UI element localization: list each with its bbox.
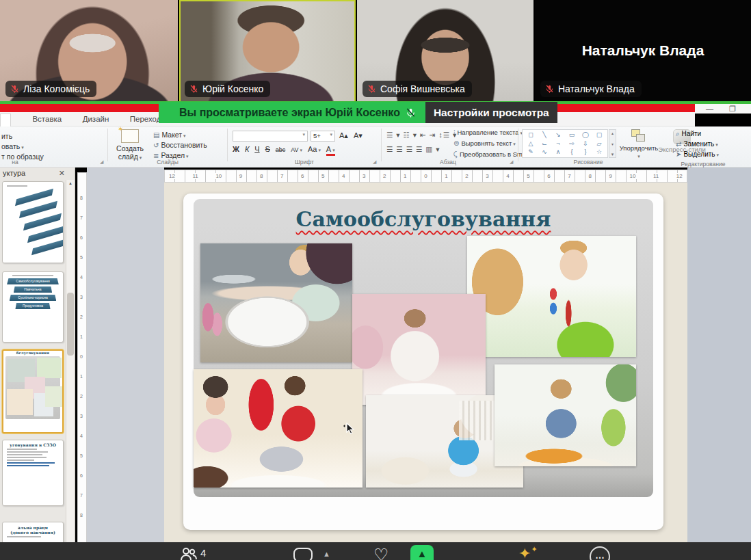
align-text-icon: ⊜: [453, 139, 459, 147]
ruler-number: 1: [80, 334, 83, 339]
ruler-number: 4: [80, 275, 83, 280]
scroll-up-icon[interactable]: ▲: [68, 181, 73, 185]
video-tile-yuriy[interactable]: Юрій Косенко: [179, 0, 356, 103]
paste-button[interactable]: ить: [1, 132, 12, 140]
ruler-number: 12: [675, 173, 684, 179]
ruler-number: 7: [566, 173, 572, 179]
font-group-label: Шрифт: [263, 159, 345, 165]
window-controls: — ❐: [695, 104, 751, 114]
layout-button[interactable]: ▤Макет: [153, 131, 186, 139]
select-button[interactable]: ➤Выделить: [676, 150, 719, 158]
shape-option[interactable]: ⌙: [538, 139, 551, 148]
italic-button[interactable]: К: [245, 145, 249, 153]
view-options-button[interactable]: Настройки просмотра: [425, 102, 557, 123]
muted-mic-icon: [10, 84, 19, 94]
shape-option[interactable]: ◻: [524, 131, 538, 139]
paragraph-dialog-launcher[interactable]: ◢: [510, 159, 513, 165]
muted-mic-icon: [406, 107, 416, 118]
shape-option[interactable]: ╲: [538, 131, 551, 139]
font-size-combo[interactable]: 5+▾: [311, 131, 335, 142]
share-banner-text: Вы просматриваете экран Юрій Косенко: [179, 107, 400, 119]
shape-option[interactable]: ↘: [551, 131, 565, 139]
text-direction-button[interactable]: ⫶Направление текста: [453, 129, 523, 137]
chat-button[interactable]: [293, 546, 316, 560]
ruler-number: 0: [80, 354, 83, 359]
ruler-number: 6: [546, 173, 551, 179]
paragraph-row1-buttons[interactable]: ☰ ▾ ☷ ▾ ⇤ ⇥ ↕☰ ▾: [386, 131, 457, 139]
font-color-button[interactable]: А: [326, 146, 335, 156]
clear-strike-button[interactable]: abc: [276, 146, 286, 153]
shrink-font-button[interactable]: А▾: [354, 131, 363, 140]
reset-button[interactable]: ↺Восстановить: [153, 141, 207, 149]
change-case-button[interactable]: Aa: [308, 145, 321, 153]
ruler-number: 8: [80, 196, 83, 200]
editing-group-label: Редактирование: [662, 161, 744, 168]
ai-companion-icon[interactable]: ✦✦: [518, 545, 538, 560]
thumbnail-slide-4[interactable]: уговування в СЗЗО: [2, 440, 64, 506]
font-dialog-launcher[interactable]: ◢: [373, 159, 376, 165]
photo-child-washing-hands[interactable]: [200, 243, 352, 362]
grow-font-button[interactable]: А▴: [339, 131, 348, 140]
photo-mother-helping-child-brush-teeth[interactable]: [467, 236, 636, 357]
participant-name: Натальчук Влада: [558, 83, 635, 94]
restore-button[interactable]: ❐: [729, 105, 736, 113]
shape-option[interactable]: ∧: [551, 148, 565, 157]
chat-caret-icon[interactable]: ▲: [323, 550, 330, 558]
font-name-combo[interactable]: ▾: [233, 131, 308, 142]
muted-mic-icon: [189, 84, 198, 94]
slide-content-panel[interactable]: Самообслуговування: [194, 199, 653, 497]
editor-left-margin: [87, 168, 164, 542]
share-screen-button[interactable]: ▲: [410, 545, 434, 560]
shape-option[interactable]: ¬: [551, 139, 565, 148]
participant-name-tag: Натальчук Влада: [540, 81, 642, 97]
photo-girl-eating-at-table[interactable]: [495, 364, 636, 466]
font-resize-buttons[interactable]: А▴ А▾: [339, 131, 366, 140]
more-button[interactable]: …: [590, 546, 610, 560]
slide1-plank: [31, 238, 64, 255]
align-text-button[interactable]: ⊜Выровнять текст: [453, 139, 516, 147]
tab-home-cut[interactable]: [0, 114, 11, 126]
video-tile-sofia[interactable]: Софія Вишневська: [357, 0, 533, 103]
close-panel-icon[interactable]: ✕: [59, 169, 65, 178]
ribbon-tab[interactable]: Дизайн: [77, 112, 116, 123]
paragraph-row2-buttons[interactable]: ☰ ☰ ☰ ☰ ▥ ▾: [386, 145, 440, 153]
ruler-number: 3: [484, 173, 490, 179]
reset-icon: ↺: [153, 142, 159, 149]
underline-button[interactable]: Ч: [254, 145, 259, 153]
shape-option[interactable]: △: [524, 139, 538, 148]
mouse-cursor: [342, 421, 356, 439]
zoom-toolbar: 4 ▲ ♡ ▲ ✦✦ …: [0, 542, 751, 560]
replace-button[interactable]: ⇄Заменить: [676, 140, 718, 148]
ribbon-tab[interactable]: Вставка: [26, 112, 68, 123]
thumbnail-slide-3-selected[interactable]: бслуговування: [2, 349, 64, 434]
video-tile-vlada[interactable]: Натальчук Влада Натальчук Влада: [535, 0, 751, 103]
bold-button[interactable]: Ж: [233, 145, 239, 153]
slide-title[interactable]: Самообслуговування: [194, 207, 653, 231]
clipboard-group-label: на: [0, 159, 36, 165]
participant-name-tag: Юрій Косенко: [185, 81, 270, 97]
panel-scrollbar-thumb[interactable]: [67, 293, 74, 356]
shape-option[interactable]: ∿: [538, 148, 551, 157]
find-button[interactable]: ⌕Найти: [676, 130, 701, 138]
thumbnail-slide-1[interactable]: [2, 181, 64, 263]
panel-scrollbar[interactable]: ▲: [66, 180, 75, 542]
char-spacing-button[interactable]: AV: [291, 146, 302, 153]
reactions-heart-icon[interactable]: ♡: [373, 545, 388, 560]
photo-grandmother-child-red-sock[interactable]: [194, 369, 363, 488]
ruler-number: 12: [168, 173, 176, 179]
thumb5-title-1: альна праця: [3, 525, 63, 530]
new-slide-button[interactable]: Создать слайд: [111, 129, 148, 161]
ruler-number: 3: [80, 414, 83, 418]
participants-button[interactable]: [179, 546, 198, 560]
clipboard-dialog-launcher[interactable]: ◢: [100, 159, 103, 165]
ruler-number: 7: [80, 493, 83, 498]
thumbnail-slide-2[interactable]: СамообслуговуванняНавчальнаСуспільно-кор…: [2, 271, 64, 343]
video-tile-liza[interactable]: Ліза Коломієць: [0, 0, 178, 103]
shape-option[interactable]: ✎: [524, 148, 538, 157]
strikethrough-button[interactable]: S: [265, 145, 270, 153]
horizontal-ruler: 1211109876543210123456789101112: [164, 170, 687, 183]
slide2-bar-label: Суспільно-корисна: [10, 295, 57, 301]
copy-button[interactable]: овать: [1, 142, 24, 150]
photo-child-getting-dressed[interactable]: [352, 294, 486, 405]
minimize-button[interactable]: —: [706, 105, 713, 113]
